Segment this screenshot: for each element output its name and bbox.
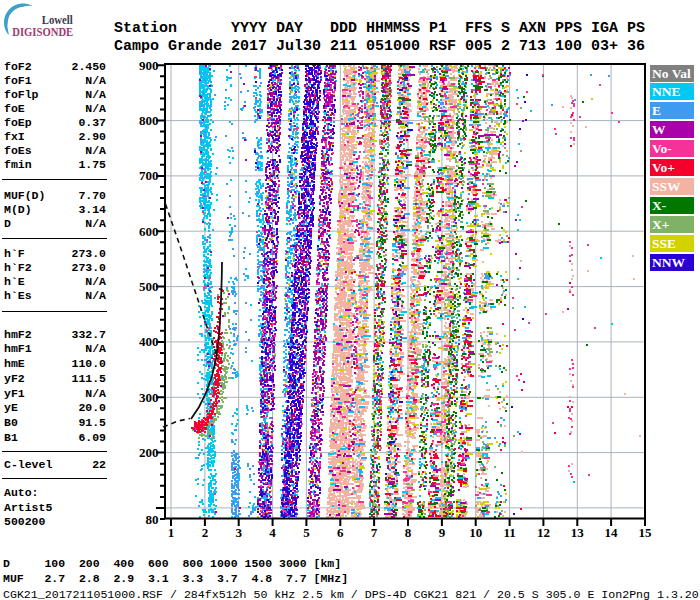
svg-text:6: 6: [337, 525, 344, 540]
svg-text:500: 500: [139, 279, 159, 294]
svg-text:200: 200: [139, 445, 159, 460]
svg-text:9: 9: [439, 525, 446, 540]
svg-text:80: 80: [146, 512, 159, 527]
svg-text:14: 14: [605, 525, 619, 540]
svg-text:3: 3: [235, 525, 242, 540]
svg-text:12: 12: [537, 525, 550, 540]
svg-text:700: 700: [139, 168, 159, 183]
svg-text:600: 600: [139, 224, 159, 239]
svg-text:13: 13: [571, 525, 585, 540]
svg-text:1: 1: [168, 525, 175, 540]
svg-text:4: 4: [269, 525, 276, 540]
svg-text:15: 15: [639, 525, 653, 540]
svg-text:DIGISONDE: DIGISONDE: [12, 24, 73, 39]
svg-text:900: 900: [139, 58, 159, 73]
svg-text:2: 2: [202, 525, 209, 540]
svg-text:5: 5: [303, 525, 310, 540]
svg-text:10: 10: [469, 525, 482, 540]
svg-text:800: 800: [139, 113, 159, 128]
svg-text:400: 400: [139, 334, 159, 349]
svg-text:7: 7: [371, 525, 378, 540]
svg-text:300: 300: [139, 390, 159, 405]
svg-text:11: 11: [503, 525, 515, 540]
svg-text:8: 8: [405, 525, 412, 540]
